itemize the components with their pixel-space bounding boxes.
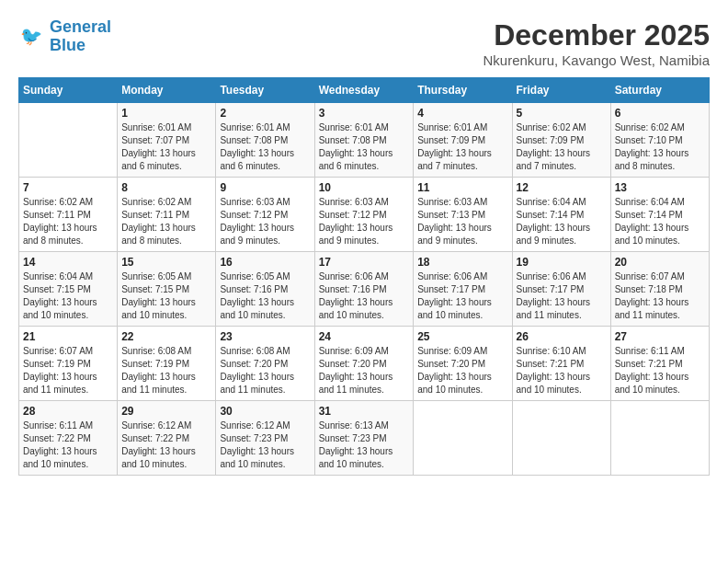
day-number: 24 bbox=[319, 330, 410, 343]
day-info: Sunrise: 6:13 AMSunset: 7:23 PMDaylight:… bbox=[319, 419, 410, 471]
calendar-cell: 23Sunrise: 6:08 AMSunset: 7:20 PMDayligh… bbox=[216, 327, 314, 401]
calendar-cell: 11Sunrise: 6:03 AMSunset: 7:13 PMDayligh… bbox=[414, 178, 512, 252]
day-info: Sunrise: 6:08 AMSunset: 7:20 PMDaylight:… bbox=[220, 345, 310, 396]
calendar-cell: 22Sunrise: 6:08 AMSunset: 7:19 PMDayligh… bbox=[118, 327, 216, 401]
day-number: 29 bbox=[121, 405, 211, 418]
calendar-cell: 21Sunrise: 6:07 AMSunset: 7:19 PMDayligh… bbox=[19, 327, 118, 401]
calendar-header-row: SundayMondayTuesdayWednesdayThursdayFrid… bbox=[19, 78, 710, 103]
day-number: 6 bbox=[615, 107, 705, 120]
day-info: Sunrise: 6:05 AMSunset: 7:15 PMDaylight:… bbox=[121, 270, 211, 322]
week-row-5: 28Sunrise: 6:11 AMSunset: 7:22 PMDayligh… bbox=[19, 401, 710, 476]
day-info: Sunrise: 6:09 AMSunset: 7:20 PMDaylight:… bbox=[417, 345, 507, 396]
calendar-cell bbox=[610, 401, 709, 476]
calendar-cell: 9Sunrise: 6:03 AMSunset: 7:12 PMDaylight… bbox=[216, 178, 314, 252]
calendar-cell: 14Sunrise: 6:04 AMSunset: 7:15 PMDayligh… bbox=[19, 252, 118, 327]
calendar-cell: 2Sunrise: 6:01 AMSunset: 7:08 PMDaylight… bbox=[216, 103, 314, 178]
day-number: 2 bbox=[220, 107, 310, 120]
calendar-cell: 31Sunrise: 6:13 AMSunset: 7:23 PMDayligh… bbox=[314, 401, 414, 476]
calendar-cell: 17Sunrise: 6:06 AMSunset: 7:16 PMDayligh… bbox=[314, 252, 414, 327]
calendar-cell: 7Sunrise: 6:02 AMSunset: 7:11 PMDaylight… bbox=[19, 178, 118, 252]
day-info: Sunrise: 6:06 AMSunset: 7:16 PMDaylight:… bbox=[319, 270, 410, 322]
calendar-cell: 13Sunrise: 6:04 AMSunset: 7:14 PMDayligh… bbox=[610, 178, 709, 252]
calendar-cell: 20Sunrise: 6:07 AMSunset: 7:18 PMDayligh… bbox=[610, 252, 709, 327]
calendar-cell bbox=[19, 103, 118, 178]
day-number: 21 bbox=[23, 330, 113, 343]
day-info: Sunrise: 6:07 AMSunset: 7:18 PMDaylight:… bbox=[615, 270, 705, 322]
day-info: Sunrise: 6:02 AMSunset: 7:11 PMDaylight:… bbox=[121, 196, 211, 247]
day-info: Sunrise: 6:04 AMSunset: 7:15 PMDaylight:… bbox=[23, 270, 113, 322]
day-number: 17 bbox=[319, 256, 410, 269]
calendar-body: 1Sunrise: 6:01 AMSunset: 7:07 PMDaylight… bbox=[19, 103, 710, 476]
day-info: Sunrise: 6:06 AMSunset: 7:17 PMDaylight:… bbox=[417, 270, 507, 322]
week-row-3: 14Sunrise: 6:04 AMSunset: 7:15 PMDayligh… bbox=[19, 252, 710, 327]
day-info: Sunrise: 6:03 AMSunset: 7:13 PMDaylight:… bbox=[417, 196, 507, 247]
calendar-cell: 18Sunrise: 6:06 AMSunset: 7:17 PMDayligh… bbox=[414, 252, 512, 327]
calendar-cell: 29Sunrise: 6:12 AMSunset: 7:22 PMDayligh… bbox=[118, 401, 216, 476]
day-number: 5 bbox=[517, 107, 607, 120]
day-header-saturday: Saturday bbox=[610, 78, 709, 103]
title-section: December 2025 Nkurenkuru, Kavango West, … bbox=[483, 18, 710, 68]
day-number: 16 bbox=[220, 256, 310, 269]
day-number: 15 bbox=[121, 256, 211, 269]
calendar-cell: 25Sunrise: 6:09 AMSunset: 7:20 PMDayligh… bbox=[414, 327, 512, 401]
calendar-cell: 16Sunrise: 6:05 AMSunset: 7:16 PMDayligh… bbox=[216, 252, 314, 327]
calendar-cell: 4Sunrise: 6:01 AMSunset: 7:09 PMDaylight… bbox=[414, 103, 512, 178]
day-info: Sunrise: 6:09 AMSunset: 7:20 PMDaylight:… bbox=[319, 345, 410, 396]
calendar-cell: 8Sunrise: 6:02 AMSunset: 7:11 PMDaylight… bbox=[118, 178, 216, 252]
day-number: 1 bbox=[121, 107, 211, 120]
day-header-tuesday: Tuesday bbox=[216, 78, 314, 103]
week-row-4: 21Sunrise: 6:07 AMSunset: 7:19 PMDayligh… bbox=[19, 327, 710, 401]
calendar-cell: 10Sunrise: 6:03 AMSunset: 7:12 PMDayligh… bbox=[314, 178, 414, 252]
day-number: 9 bbox=[220, 181, 310, 194]
day-info: Sunrise: 6:04 AMSunset: 7:14 PMDaylight:… bbox=[517, 196, 607, 247]
day-number: 27 bbox=[615, 330, 705, 343]
svg-text:🐦: 🐦 bbox=[20, 25, 43, 47]
day-number: 8 bbox=[121, 181, 211, 194]
day-info: Sunrise: 6:12 AMSunset: 7:22 PMDaylight:… bbox=[121, 419, 211, 471]
day-info: Sunrise: 6:01 AMSunset: 7:07 PMDaylight:… bbox=[121, 121, 211, 173]
day-number: 26 bbox=[517, 330, 607, 343]
day-info: Sunrise: 6:03 AMSunset: 7:12 PMDaylight:… bbox=[319, 196, 410, 247]
page-header: 🐦 General Blue December 2025 Nkurenkuru,… bbox=[18, 18, 710, 68]
day-info: Sunrise: 6:10 AMSunset: 7:21 PMDaylight:… bbox=[517, 345, 607, 396]
day-number: 19 bbox=[517, 256, 607, 269]
day-info: Sunrise: 6:01 AMSunset: 7:09 PMDaylight:… bbox=[417, 121, 507, 173]
day-info: Sunrise: 6:12 AMSunset: 7:23 PMDaylight:… bbox=[220, 419, 310, 471]
week-row-2: 7Sunrise: 6:02 AMSunset: 7:11 PMDaylight… bbox=[19, 178, 710, 252]
calendar-cell: 27Sunrise: 6:11 AMSunset: 7:21 PMDayligh… bbox=[610, 327, 709, 401]
day-info: Sunrise: 6:11 AMSunset: 7:21 PMDaylight:… bbox=[615, 345, 705, 396]
month-title: December 2025 bbox=[483, 18, 710, 52]
week-row-1: 1Sunrise: 6:01 AMSunset: 7:07 PMDaylight… bbox=[19, 103, 710, 178]
day-number: 11 bbox=[417, 181, 507, 194]
calendar-cell: 5Sunrise: 6:02 AMSunset: 7:09 PMDaylight… bbox=[512, 103, 610, 178]
day-number: 18 bbox=[417, 256, 507, 269]
logo: 🐦 General Blue bbox=[18, 18, 111, 55]
day-header-monday: Monday bbox=[118, 78, 216, 103]
logo-text: General Blue bbox=[50, 18, 111, 55]
day-header-sunday: Sunday bbox=[19, 78, 118, 103]
calendar-cell: 24Sunrise: 6:09 AMSunset: 7:20 PMDayligh… bbox=[314, 327, 414, 401]
day-number: 31 bbox=[319, 405, 410, 418]
day-number: 20 bbox=[615, 256, 705, 269]
day-number: 7 bbox=[23, 181, 113, 194]
day-info: Sunrise: 6:02 AMSunset: 7:10 PMDaylight:… bbox=[615, 121, 705, 173]
calendar-cell: 28Sunrise: 6:11 AMSunset: 7:22 PMDayligh… bbox=[19, 401, 118, 476]
day-number: 14 bbox=[23, 256, 113, 269]
calendar-cell: 15Sunrise: 6:05 AMSunset: 7:15 PMDayligh… bbox=[118, 252, 216, 327]
day-info: Sunrise: 6:07 AMSunset: 7:19 PMDaylight:… bbox=[23, 345, 113, 396]
logo-icon: 🐦 bbox=[18, 23, 46, 51]
calendar-cell: 30Sunrise: 6:12 AMSunset: 7:23 PMDayligh… bbox=[216, 401, 314, 476]
day-info: Sunrise: 6:01 AMSunset: 7:08 PMDaylight:… bbox=[319, 121, 410, 173]
day-number: 3 bbox=[319, 107, 410, 120]
day-number: 4 bbox=[417, 107, 507, 120]
day-info: Sunrise: 6:02 AMSunset: 7:09 PMDaylight:… bbox=[517, 121, 607, 173]
day-number: 28 bbox=[23, 405, 113, 418]
day-header-wednesday: Wednesday bbox=[314, 78, 414, 103]
day-number: 23 bbox=[220, 330, 310, 343]
day-number: 30 bbox=[220, 405, 310, 418]
day-number: 22 bbox=[121, 330, 211, 343]
day-info: Sunrise: 6:02 AMSunset: 7:11 PMDaylight:… bbox=[23, 196, 113, 247]
day-info: Sunrise: 6:06 AMSunset: 7:17 PMDaylight:… bbox=[517, 270, 607, 322]
day-header-thursday: Thursday bbox=[414, 78, 512, 103]
calendar-cell: 12Sunrise: 6:04 AMSunset: 7:14 PMDayligh… bbox=[512, 178, 610, 252]
